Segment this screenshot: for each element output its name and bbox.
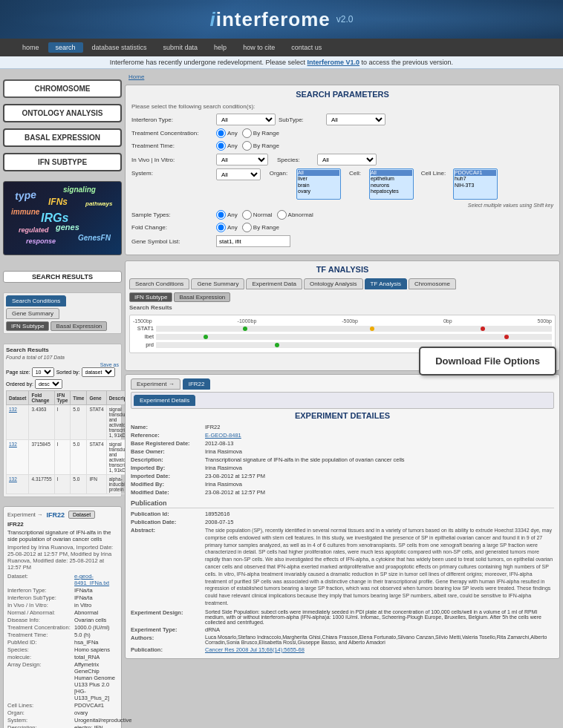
- abstract-label: Abstract:: [131, 527, 205, 534]
- notice-bar: Interferome has recently undergone redev…: [0, 56, 563, 69]
- tf-analysis-title: TF ANALYSIS: [129, 265, 556, 274]
- exp-imported-date-value: 23-08-2012 at 12:57 PM: [205, 473, 265, 479]
- pub-id-value: 18952616: [205, 511, 230, 517]
- fold-change-radio: Any By Range: [216, 223, 279, 232]
- publication-label: Publication:: [131, 646, 205, 653]
- tf-tab-ontology[interactable]: Ontology Analysis: [304, 278, 363, 289]
- sample-normal-radio[interactable]: [242, 210, 252, 220]
- system-select[interactable]: All: [216, 168, 261, 180]
- authors-label: Authors:: [131, 634, 205, 641]
- cell-line-label: Cell Line:: [417, 168, 450, 177]
- sample-types-label: Sample Types:: [131, 211, 213, 218]
- nav-db-stats[interactable]: database statistics: [85, 42, 154, 53]
- cell-line-multi-select[interactable]: PDOVCA#1 huh7 NIH-3T3: [453, 168, 498, 200]
- tf-tab-exp-data[interactable]: Experiment Data: [246, 278, 302, 289]
- tf-search-results-label: Search Results: [129, 304, 556, 311]
- treatment-time-label: Treatment Time:: [131, 142, 213, 149]
- exp-imported-date-label: Imported Date:: [131, 473, 205, 479]
- tf-tab-tf-analysis[interactable]: TF Analysis: [365, 278, 407, 289]
- tf-sub-tabs: IFN Subtype Basal Expression: [129, 292, 556, 302]
- organ-multi-select[interactable]: All liver brain ovary: [296, 168, 341, 200]
- exp-details-tab-exp[interactable]: Experiment →: [131, 378, 180, 390]
- navbar: home search database statistics submit d…: [0, 39, 563, 56]
- publication-section-header: Publication: [131, 499, 554, 508]
- treatment-time-any-radio[interactable]: [216, 141, 226, 151]
- chrom-gene-prd: prd: [133, 341, 154, 348]
- sidebar-tab-gene-summary[interactable]: Gene Summary: [6, 308, 59, 319]
- tf-subtab-ifn[interactable]: IFN Subtype: [129, 292, 172, 302]
- basal-expression-box[interactable]: BASAL EXPRESSION: [3, 128, 122, 147]
- species-label: Species:: [277, 157, 314, 163]
- treatment-conc-any-radio[interactable]: [216, 128, 226, 138]
- nav-help[interactable]: help: [206, 42, 234, 53]
- cell-multi-select[interactable]: All epithelium neurons hepatocytes: [369, 168, 414, 200]
- in-vivo-label: In Vivo | In Vitro:: [131, 157, 213, 163]
- chrom-gene-ibet: Ibet: [133, 333, 154, 340]
- ontology-box[interactable]: ONTOLOGY ANALYSIS: [3, 104, 122, 122]
- experiment-section: Experiment → IFR22 Dataset IFR22 Transcr…: [3, 506, 122, 728]
- dataset-button[interactable]: Dataset: [68, 511, 95, 519]
- sidebar-tab-search-conditions[interactable]: Search Conditions: [6, 295, 66, 306]
- search-parameters-panel: SEARCH PARAMETERS Please select the foll…: [125, 85, 560, 255]
- ordered-by-select[interactable]: desc: [35, 379, 62, 389]
- exp-details-active-tab[interactable]: Experiment Details: [134, 395, 195, 406]
- sorted-by-select[interactable]: dataset: [82, 367, 115, 377]
- treatment-conc-radio: Any By Range: [216, 128, 279, 138]
- fold-change-label: Fold Change:: [131, 224, 213, 231]
- in-vivo-select[interactable]: All: [216, 154, 268, 165]
- exp-name-label: Name:: [131, 424, 205, 430]
- exp-name: IFR22: [7, 521, 117, 528]
- download-file-options-box[interactable]: Download File Options: [419, 347, 556, 376]
- nav-contact[interactable]: contact us: [284, 42, 329, 53]
- authors-value: Luca Mosarlo,Stefano Indraccolo,Margheri…: [205, 634, 554, 645]
- fold-range-radio[interactable]: [242, 223, 252, 232]
- chromosome-box[interactable]: CHROMOSOME: [3, 79, 122, 98]
- subtype-select[interactable]: All: [326, 114, 385, 125]
- select-hint: Select multiple values using Shift key: [131, 203, 553, 208]
- nav-search[interactable]: search: [48, 42, 83, 53]
- treatment-conc-range-radio[interactable]: [242, 128, 252, 138]
- sidebar-subtab-basal[interactable]: Basal Expression: [51, 321, 107, 331]
- species-select[interactable]: All: [317, 154, 377, 165]
- sample-abnormal-radio[interactable]: [277, 210, 287, 220]
- tf-subtab-basal[interactable]: Basal Expression: [174, 292, 230, 302]
- treatment-time-radio: Any By Range: [216, 141, 279, 151]
- save-as-link[interactable]: Save as: [6, 362, 119, 367]
- pub-date-label: Publication Date:: [131, 519, 205, 525]
- exp-details-tab-ifr22[interactable]: IFR22: [183, 378, 211, 390]
- cell-label: Cell:: [344, 168, 366, 177]
- search-params-subtitle: Please select the following search condi…: [131, 103, 553, 110]
- tf-tab-gene-summary[interactable]: Gene Summary: [191, 278, 244, 289]
- exp-base-owner-label: Base Owner:: [131, 448, 205, 455]
- sample-any-radio[interactable]: [216, 210, 226, 220]
- exp-desc-value: Transcriptional signature of IFN-alfa in…: [205, 456, 405, 463]
- gene-symbol-label: Gene Symbol List:: [131, 238, 213, 245]
- nav-home[interactable]: home: [15, 42, 47, 53]
- tf-tab-chromosome[interactable]: Chromosome: [409, 278, 456, 289]
- search-results-sidebar-label: SEARCH RESULTS: [3, 271, 122, 283]
- exp-modified-by-value: Irina Rasimova: [205, 481, 242, 488]
- ifn-type-select[interactable]: All: [216, 114, 276, 125]
- experiment-details-panel: Experiment → IFR22 Experiment Details EX…: [125, 374, 560, 659]
- subtype-label: SubType:: [279, 117, 323, 123]
- tf-tab-search-conditions[interactable]: Search Conditions: [129, 278, 189, 289]
- sidebar-subtab-ifn[interactable]: IFN Subtype: [6, 321, 49, 331]
- abstract-text: The side population (SP), recently ident…: [205, 527, 554, 607]
- nav-submit[interactable]: submit data: [156, 42, 206, 53]
- v1-link[interactable]: Interferome V1.0: [307, 59, 360, 66]
- fold-any-radio[interactable]: [216, 223, 226, 232]
- system-label: System:: [131, 168, 213, 177]
- ifn-subtype-box[interactable]: IFN SUBTYPE: [3, 153, 122, 171]
- exp-design-label: Experiment Design:: [131, 609, 205, 616]
- nav-how-to-cite[interactable]: how to cite: [235, 42, 282, 53]
- exp-desc-label: Description:: [131, 456, 205, 463]
- ifn-type-label: Interferon Type:: [131, 117, 213, 123]
- pub-date-value: 2008-07-15: [205, 519, 233, 525]
- exp-modified-date-label: Modified Date:: [131, 489, 205, 496]
- breadcrumb: Home: [125, 72, 560, 82]
- exp-base-owner-value: Irina Rasimova: [205, 448, 242, 455]
- gene-symbol-input[interactable]: [216, 235, 290, 247]
- page-size-select[interactable]: 10: [32, 367, 54, 377]
- treatment-time-range-radio[interactable]: [242, 141, 252, 151]
- sample-types-radio: Any Normal Abnormal: [216, 210, 313, 220]
